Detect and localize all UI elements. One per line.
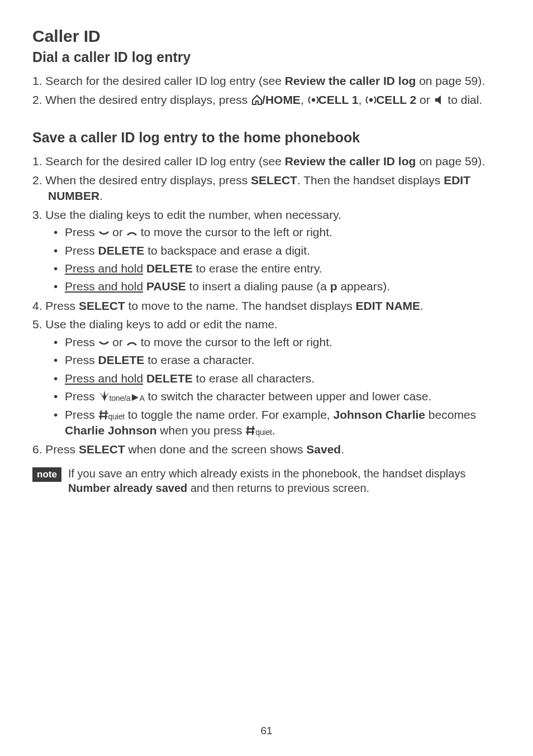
text: Press bbox=[45, 299, 79, 312]
text: on page 59). bbox=[416, 74, 485, 87]
list-item: Press quiet to toggle the name order. Fo… bbox=[48, 407, 501, 439]
text: when you press bbox=[157, 424, 246, 437]
list-item: 3. Use the dialing keys to edit the numb… bbox=[32, 207, 501, 295]
item-number: 1. bbox=[32, 74, 42, 87]
text: , bbox=[359, 93, 365, 106]
text: to dial. bbox=[445, 93, 483, 106]
speaker-icon bbox=[434, 94, 445, 105]
text: Use the dialing keys to edit the number,… bbox=[45, 208, 341, 221]
bold: SELECT bbox=[79, 299, 125, 312]
section1-list: 1. Search for the desired caller ID log … bbox=[32, 73, 501, 107]
list-item: Press and hold DELETE to erase all chara… bbox=[48, 371, 501, 386]
bold: DELETE bbox=[98, 244, 145, 257]
underline: Press and hold bbox=[65, 280, 143, 293]
text: Search for the desired caller ID log ent… bbox=[45, 155, 284, 168]
item-number: 2. bbox=[32, 174, 42, 186]
text: to backspace and erase a digit. bbox=[144, 244, 310, 257]
home-icon bbox=[251, 94, 262, 105]
play-icon bbox=[130, 393, 139, 401]
list-item: Press DELETE to erase a character. bbox=[48, 352, 501, 368]
text: on page 59). bbox=[416, 155, 485, 168]
underline: Press and hold bbox=[65, 262, 143, 275]
text: appears). bbox=[337, 280, 391, 293]
section2-heading: Save a caller ID log entry to the home p… bbox=[32, 130, 501, 146]
underline: Press and hold bbox=[65, 372, 143, 385]
bold: EDIT NAME bbox=[356, 299, 421, 312]
bold: DELETE bbox=[98, 353, 145, 366]
list-item: 5. Use the dialing keys to add or edit t… bbox=[32, 317, 501, 438]
text: . bbox=[341, 443, 344, 456]
text: to switch the character between upper an… bbox=[145, 390, 432, 403]
cell-icon bbox=[365, 94, 376, 105]
text: Use the dialing keys to add or edit the … bbox=[45, 318, 278, 331]
item-number: 6. bbox=[32, 443, 42, 456]
text: Press bbox=[65, 336, 98, 348]
text: Press bbox=[65, 244, 98, 257]
bold: /HOME bbox=[262, 93, 301, 106]
text: to insert a dialing pause (a bbox=[186, 280, 330, 293]
text: Press bbox=[45, 443, 79, 456]
text: to erase the entire entry. bbox=[193, 262, 322, 275]
subscript: A bbox=[139, 394, 144, 403]
text: When the desired entry displays, press bbox=[45, 93, 251, 106]
list-item: Press or to move the cursor to the left … bbox=[48, 224, 501, 240]
text: Press bbox=[65, 390, 98, 403]
item-number: 5. bbox=[32, 318, 42, 331]
text: becomes bbox=[425, 408, 476, 421]
item-number: 3. bbox=[32, 208, 42, 221]
note-block: note If you save an entry which already … bbox=[32, 466, 501, 495]
text: . bbox=[420, 299, 423, 312]
item-number: 2. bbox=[32, 93, 42, 106]
list-item: Press or to move the cursor to the left … bbox=[48, 334, 501, 350]
text: , bbox=[301, 93, 307, 106]
page-number: 61 bbox=[0, 725, 533, 737]
text: Press bbox=[65, 226, 98, 238]
note-text: If you save an entry which already exist… bbox=[68, 466, 501, 495]
bold: CELL 2 bbox=[376, 93, 416, 106]
list-item: 4. Press SELECT to move to the name. The… bbox=[32, 298, 501, 314]
text: or bbox=[110, 226, 126, 238]
text: Press bbox=[65, 353, 98, 366]
page-title: Caller ID bbox=[32, 27, 501, 46]
text: If you save an entry which already exist… bbox=[68, 467, 466, 480]
list-item: 1. Search for the desired caller ID log … bbox=[32, 154, 501, 169]
list-item: 2. When the desired entry displays, pres… bbox=[32, 173, 501, 203]
text: to move the cursor to the left or right. bbox=[137, 226, 332, 238]
bold: Review the caller ID log bbox=[285, 74, 416, 87]
text: Press bbox=[65, 408, 98, 421]
text: and then returns to previous screen. bbox=[187, 482, 369, 494]
star-icon bbox=[98, 389, 110, 401]
text: . bbox=[99, 189, 103, 202]
chevron-up-icon bbox=[126, 339, 137, 347]
text: to toggle the name order. For example, bbox=[125, 408, 334, 421]
text: to erase a character. bbox=[144, 353, 254, 366]
bold: Johnson Charlie bbox=[334, 408, 426, 421]
hash-icon bbox=[98, 409, 108, 420]
list-item: Press tone/aA to switch the character be… bbox=[48, 389, 501, 404]
text: to move the cursor to the left or right. bbox=[137, 336, 332, 348]
text: When the desired entry displays, press bbox=[45, 174, 251, 186]
hash-icon bbox=[245, 424, 255, 436]
subscript: quiet bbox=[255, 428, 272, 437]
bold: Saved bbox=[306, 443, 341, 456]
bold: Charlie Johnson bbox=[65, 424, 157, 437]
text: . Then the handset displays bbox=[297, 174, 444, 186]
subscript: quiet bbox=[108, 412, 125, 421]
bold: Review the caller ID log bbox=[285, 155, 416, 168]
sublist: Press or to move the cursor to the left … bbox=[48, 224, 501, 294]
text: when done and the screen shows bbox=[125, 443, 307, 456]
text: . bbox=[272, 424, 275, 437]
sublist: Press or to move the cursor to the left … bbox=[48, 334, 501, 438]
bold: Number already saved bbox=[68, 482, 187, 494]
list-item: 2. When the desired entry displays, pres… bbox=[32, 92, 501, 108]
bold: CELL 1 bbox=[318, 93, 359, 106]
chevron-down-icon bbox=[98, 339, 110, 347]
bold: SELECT bbox=[79, 443, 125, 456]
list-item: Press DELETE to backspace and erase a di… bbox=[48, 243, 501, 259]
item-number: 1. bbox=[32, 155, 42, 168]
chevron-down-icon bbox=[98, 229, 110, 237]
text: or bbox=[110, 336, 126, 348]
item-number: 4. bbox=[32, 299, 42, 312]
section1-heading: Dial a caller ID log entry bbox=[32, 49, 501, 65]
list-item: 6. Press SELECT when done and the screen… bbox=[32, 442, 501, 457]
